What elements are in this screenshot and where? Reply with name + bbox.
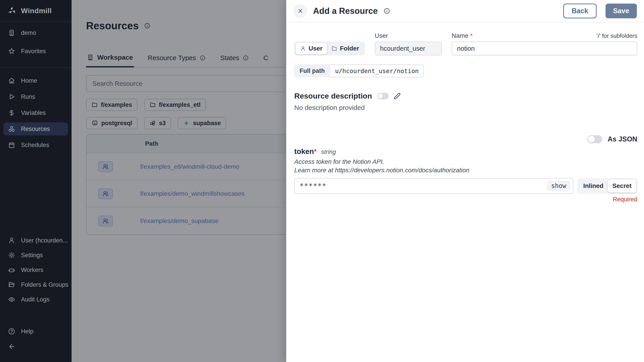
tab-cache-truncated[interactable]: C (262, 54, 269, 67)
info-icon[interactable] (144, 22, 150, 29)
sidebar-item-label: Favorites (21, 48, 46, 55)
sidebar: Windmill demo Favorites Home (0, 0, 72, 362)
tab-states[interactable]: States (219, 54, 250, 67)
chip-label: s3 (159, 120, 166, 127)
type-filter-chip-s3[interactable]: s3 (144, 117, 171, 129)
token-description-line1: Access token for the Notion API. (294, 158, 637, 166)
required-asterisk: * (314, 148, 317, 156)
sidebar-item-label: Settings (21, 252, 43, 259)
tab-label: States (220, 54, 239, 62)
sidebar-item-label: Variables (21, 109, 46, 116)
sidebar-item-help[interactable]: Help (0, 325, 72, 338)
users-icon (98, 188, 113, 199)
supabase-icon (183, 120, 190, 126)
brand-name: Windmill (21, 7, 52, 15)
resource-path-link[interactable]: f/examples/demo_supabase (140, 217, 218, 225)
divider (0, 67, 72, 68)
robot-icon (8, 266, 15, 274)
sidebar-item-workspace-demo[interactable]: demo (0, 26, 72, 39)
chip-label: f/examples_etl (159, 101, 200, 108)
home-icon (8, 77, 15, 84)
tab-workspace[interactable]: Workspace (86, 54, 134, 67)
folder-filter-chip[interactable]: f/examples (86, 99, 138, 111)
sidebar-item-label: Schedules (21, 142, 49, 149)
divider (0, 21, 72, 22)
name-field[interactable] (452, 41, 637, 55)
dollar-icon (8, 109, 15, 116)
add-resource-drawer: Add a Resource Back Save User Fold (286, 0, 644, 362)
tab-resource-types[interactable]: Resource Types (147, 54, 206, 67)
sidebar-item-user[interactable]: User (hcourden... (0, 234, 72, 247)
sidebar-item-variables[interactable]: Variables (0, 106, 72, 119)
required-asterisk: * (470, 32, 473, 39)
owner-option-label: User (308, 45, 322, 52)
folder-icon (150, 102, 156, 108)
sidebar-collapse-button[interactable] (0, 340, 72, 353)
save-button[interactable]: Save (606, 3, 637, 18)
sidebar-item-label: Help (21, 328, 34, 335)
info-icon[interactable] (384, 7, 390, 14)
sidebar-item-home[interactable]: Home (0, 74, 72, 87)
play-icon (8, 93, 15, 100)
full-path-label: Full path (294, 64, 330, 77)
description-toggle[interactable] (377, 93, 389, 99)
eye-icon (8, 296, 15, 303)
sidebar-item-resources[interactable]: Resources (4, 122, 68, 135)
folder-icon (92, 102, 98, 108)
chip-label: supabase (193, 120, 221, 127)
type-filter-chip-supabase[interactable]: supabase (178, 117, 226, 129)
table-row[interactable]: f/examples/demo_supabase (86, 207, 288, 234)
type-filter-chip-postgresql[interactable]: postgresql (86, 117, 138, 129)
full-path-value: u/hcourdent_user/notion (330, 64, 424, 77)
folder-open-icon (8, 281, 15, 288)
token-description-line2: Learn more at https://developers.notion.… (294, 166, 637, 175)
calendar-icon (8, 141, 15, 149)
resources-tab-bar: Workspace Resource Types States C (86, 54, 312, 67)
tab-label: C (264, 54, 268, 62)
chip-label: f/examples (101, 101, 132, 108)
sidebar-item-schedules[interactable]: Schedules (0, 139, 72, 151)
token-input[interactable] (295, 179, 573, 193)
sidebar-item-label: Audit Logs (21, 296, 50, 303)
sidebar-item-settings[interactable]: Settings (0, 249, 72, 261)
resource-description-heading: Resource description (294, 92, 372, 100)
table-row[interactable]: f/examples/demo_windmillshowcases (86, 180, 288, 207)
sidebar-item-label: Resources (21, 126, 50, 132)
sidebar-item-workers[interactable]: Workers (0, 264, 72, 276)
table-row[interactable]: f/examples_etl/windmill-cloud-demo (86, 153, 288, 180)
owner-type-toggle: User Folder (294, 41, 365, 55)
sidebar-item-audit-logs[interactable]: Audit Logs (0, 293, 72, 306)
subfolders-hint: '/' for subfolders (596, 32, 637, 39)
owner-option-folder[interactable]: Folder (327, 43, 364, 54)
resource-path-link[interactable]: f/examples_etl/windmill-cloud-demo (140, 163, 240, 170)
sidebar-item-label: demo (21, 29, 36, 36)
arrow-left-icon (8, 343, 16, 350)
storage-option-inlined[interactable]: Inlined (579, 179, 608, 192)
owner-option-user[interactable]: User (296, 43, 327, 54)
folder-filter-chip[interactable]: f/examples_etl (144, 99, 206, 111)
token-field-type: string (321, 149, 336, 156)
pencil-icon[interactable] (394, 92, 401, 100)
token-storage-toggle: Inlined Secret (577, 178, 637, 194)
building-icon (8, 29, 15, 36)
sidebar-item-label: User (hcourden... (21, 237, 68, 244)
token-input-wrapper: show (294, 178, 573, 194)
close-button[interactable] (294, 4, 307, 18)
app-logo[interactable]: Windmill (0, 0, 72, 15)
storage-option-secret[interactable]: Secret (608, 179, 636, 192)
info-icon (200, 55, 206, 61)
user-field-label: User (375, 32, 442, 39)
back-button[interactable]: Back (563, 3, 596, 18)
show-token-button[interactable]: show (547, 181, 570, 191)
column-header-path: Path (145, 140, 158, 147)
sidebar-item-favorites[interactable]: Favorites (0, 45, 72, 58)
resource-path-link[interactable]: f/examples/demo_windmillshowcases (140, 190, 245, 197)
sidebar-item-folders-groups[interactable]: Folders & Groups (0, 278, 72, 291)
sidebar-item-label: Workers (21, 267, 44, 274)
as-json-toggle[interactable] (588, 135, 602, 143)
close-icon (297, 8, 304, 14)
as-json-label: As JSON (608, 135, 637, 143)
sidebar-item-label: Folders & Groups (21, 281, 68, 288)
sidebar-item-runs[interactable]: Runs (0, 90, 72, 103)
user-icon (8, 237, 15, 244)
